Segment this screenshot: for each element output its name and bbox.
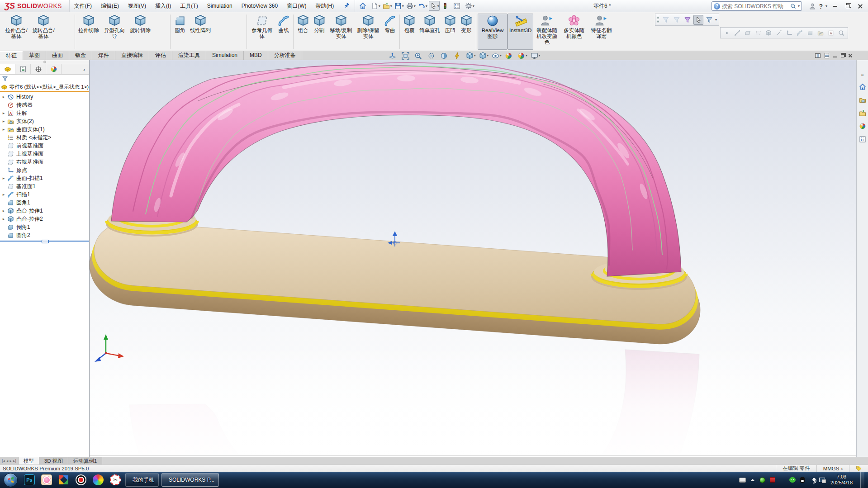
split-pane2-icon[interactable] [825,53,829,58]
expand-arrow-icon[interactable]: ▸ [0,111,7,115]
menu-item[interactable]: 文件(F) [70,0,96,12]
tree-item[interactable]: ▸ 倒角1 [0,223,89,231]
propertymanager-tab[interactable] [15,64,31,74]
help-search-box[interactable]: ? ▾ [711,1,802,11]
zoom-to-area-icon[interactable]: ▾ [413,51,426,60]
commandmanager-tab[interactable]: 钣金 [69,51,92,60]
previous-view-icon[interactable]: ▾ [426,51,439,60]
tray-expand-icon[interactable] [749,477,756,483]
select-cursor-button[interactable] [693,15,703,25]
units-selector[interactable]: MMGS▴ [816,465,849,472]
menu-item[interactable]: Simulation [203,0,237,12]
expand-arrow-icon[interactable]: ▸ [0,208,7,213]
search-input[interactable] [722,3,788,9]
filter-edit-icon[interactable] [704,15,714,25]
wechat-icon[interactable] [789,477,796,483]
taskbar-clock[interactable]: 7:032025/4/18 [829,474,857,486]
edit-appearance-icon[interactable]: ▾ [503,51,516,60]
model-tab[interactable]: 3D 视图 [39,457,68,464]
settings-button[interactable]: ▾ [464,1,475,11]
help-menu[interactable]: ? [819,3,823,10]
show-desktop-button[interactable] [860,472,864,488]
ribbon-button[interactable]: 压凹 [442,14,458,50]
tree-item[interactable]: ▸ 实体(2) [0,117,89,125]
volume-icon[interactable] [809,477,816,483]
expand-arrow-icon[interactable]: ▸ [0,119,7,123]
featuremanager-tab[interactable] [0,64,15,74]
taskpane-file-explorer-icon[interactable] [858,109,867,118]
open-button[interactable]: ▾ [382,1,393,11]
taskpane-collapse-icon[interactable]: « [861,72,863,77]
ribbon-button[interactable]: 特征名翻译宏 [588,14,615,50]
filter-origins-icon[interactable] [784,28,794,38]
restore-button[interactable] [843,2,853,10]
taskpane-custom-properties-icon[interactable] [858,135,867,144]
filter-axes-icon[interactable] [774,28,784,38]
user-account-icon[interactable] [809,3,816,10]
commandmanager-tab[interactable]: 焊件 [92,51,115,60]
ribbon-button[interactable]: 分割 [311,14,327,50]
tree-item[interactable]: ▸ 曲面-扫描1 [0,174,89,182]
taskpane-appearances-icon[interactable] [858,122,867,131]
commandmanager-tab[interactable]: 评估 [149,51,172,60]
filter-planes-icon[interactable] [753,28,763,38]
tree-item[interactable]: ▸ 凸台-拉伸1 [0,207,89,215]
commandmanager-tab[interactable]: 特征 [0,51,23,60]
ribbon-button[interactable]: 装配体随机改变颜色 [533,14,560,50]
tab-scroll-arrow[interactable]: ◂ [6,459,9,463]
ribbon-button[interactable]: 变形 [458,14,474,50]
tree-item[interactable]: ▸ 右视基准面 [0,158,89,166]
tab-scroll-arrow[interactable]: ▸ [9,459,12,463]
doc-minimize-icon[interactable] [833,54,837,57]
tree-item[interactable]: ▸ 材质 <未指定> [0,133,89,142]
expand-arrow-icon[interactable]: ▸ [0,192,7,197]
ribbon-button[interactable]: 多实体随机颜色 [560,14,588,50]
tree-item[interactable]: ▸ 曲面实体(1) [0,125,89,133]
displaymanager-tab[interactable] [46,64,62,74]
rollback-bar[interactable] [0,241,89,242]
view-orientation-icon[interactable]: ▾ [465,51,477,60]
model-tab[interactable]: 模型 [19,457,39,464]
zoom-to-fit-icon[interactable]: ▾ [400,51,413,60]
configurationmanager-tab[interactable] [31,64,46,74]
save-button[interactable]: ▾ [394,1,404,11]
ribbon-button[interactable]: 线性阵列 [188,14,213,50]
ribbon-button[interactable]: 包覆 相交 镜向 [229,14,245,50]
ribbon-button[interactable]: 拉伸切除 [76,14,101,50]
doc-restore-icon[interactable] [841,54,844,57]
filter-funnel-icon[interactable] [2,76,8,82]
filter-sketch-icon[interactable] [795,28,805,38]
tree-item[interactable]: ▸ 注解 [0,109,89,117]
photoshop-icon[interactable]: Ps [23,473,36,487]
menu-item[interactable]: 视图(V) [123,0,151,12]
taskbar-window-button[interactable]: SOLIDWORKS P... [161,473,219,487]
panel-splitter-handle[interactable] [0,60,89,64]
taskpane-design-library-icon[interactable] [858,95,867,104]
expand-arrow-icon[interactable]: ▸ [0,127,7,132]
tree-item[interactable]: ▸ History [0,93,89,101]
network-icon[interactable] [819,477,825,483]
taskpane-resources-icon[interactable] [858,82,867,91]
search-options-caret[interactable]: ▾ [798,4,800,8]
tree-item[interactable]: ▸ 圆角1 [0,199,89,207]
tree-item[interactable]: ▸ 凸台-拉伸2 [0,215,89,223]
pin-toolbar-icon[interactable] [342,1,351,10]
ribbon-button[interactable]: 拉伸凸台/基体 [3,14,30,50]
tab-scroll-arrow[interactable]: |◂ [2,459,5,463]
minimize-button[interactable] [830,2,840,10]
section-view-icon[interactable]: ▾ [439,51,451,60]
select-button[interactable]: ▾ [429,1,440,11]
model-tab[interactable]: 运动算例1 [68,457,102,464]
tab-scroll-arrow[interactable]: ▸| [13,459,16,463]
photo-app-icon[interactable] [40,473,53,487]
ribbon-button[interactable]: 旋转切除 [128,14,152,50]
menu-item[interactable]: 插入(I) [151,0,175,12]
tree-root-item[interactable]: 零件6 (默认<<默认>_显示状态 1>) [0,83,89,92]
ribbon-button[interactable]: 旋转凸台/基体 [30,14,57,50]
color-wheel-app-icon[interactable] [91,473,105,487]
ribbon-button[interactable]: 简单直孔 [417,14,442,50]
ribbon-button[interactable]: 扫描切除 放样切割 边界切除 [152,14,169,50]
ribbon-button[interactable]: 筋 拔模 抽壳 [213,14,229,50]
recording-status-icon[interactable] [759,477,766,483]
commandmanager-tab[interactable]: 草图 [23,51,46,60]
